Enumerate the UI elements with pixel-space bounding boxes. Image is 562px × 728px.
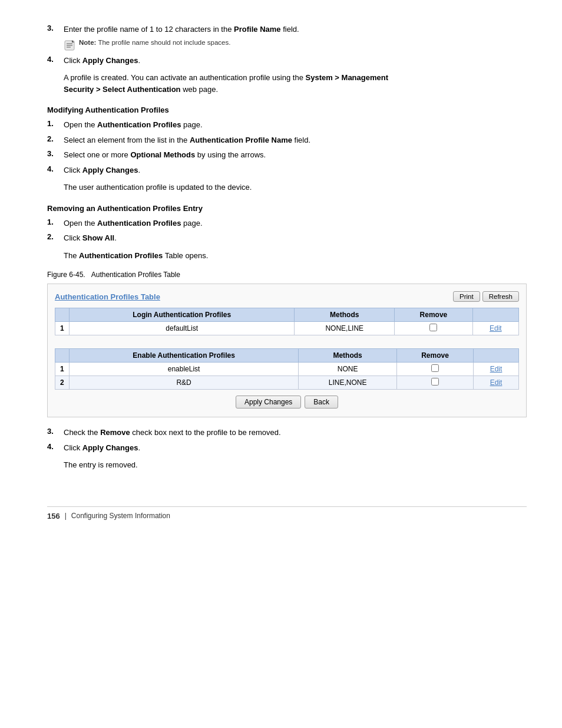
enable-table-name-header: Enable Authentication Profiles [70,349,299,363]
mod-suffix-1: page. [181,120,202,129]
step-num-4: 4. [47,55,64,64]
apply-changes-button[interactable]: Apply Changes [236,396,301,409]
row-remove-checkbox[interactable] [395,322,472,335]
modifying-result-text: The user authentication profile is updat… [64,182,527,193]
row-remove-checkbox[interactable] [396,363,473,376]
mod-step-3: 3. Select one or more Optional Methods b… [47,149,527,161]
profile-text-1: A profile is created. You can activate a… [64,73,306,82]
footer-page-num: 156 [47,512,60,521]
step-4-bold: Apply Changes [82,56,138,65]
removing-result-2: Table opens. [163,251,208,260]
enable-table-methods-header: Methods [299,349,397,363]
row-num: 2 [55,376,70,390]
mod-bold-3: Optional Methods [130,150,195,159]
row-methods: NONE,LINE [295,322,395,335]
rem-step-1: 1. Open the Authentication Profiles page… [47,218,527,229]
refresh-button[interactable]: Refresh [482,291,519,302]
removing-result-text: The Authentication Profiles Table opens. [64,250,527,262]
modifying-steps: 1. Open the Authentication Profiles page… [47,119,527,176]
profile-bold-1: System > Management [306,73,389,82]
login-table-methods-header: Methods [295,308,395,322]
mod-step-4: 4. Click Apply Changes. [47,164,527,176]
rem-num-1: 1. [47,218,64,226]
note-content: The profile name should not include spac… [98,39,230,46]
row-methods: NONE [299,363,397,376]
figure-label-num: Figure 6-45. [47,271,85,279]
print-button[interactable]: Print [453,291,480,302]
figure-label-title: Authentication Profiles Table [91,271,180,279]
rem-bold-2: Show All [82,233,114,242]
row-name: defaultList [70,322,295,335]
row-remove-checkbox[interactable] [396,376,473,390]
mod-num-1: 1. [47,119,64,128]
removing-steps: 1. Open the Authentication Profiles page… [47,218,527,244]
mod-suffix-4: . [138,166,140,174]
step-4-suffix: . [138,56,140,65]
row-num: 1 [55,322,70,335]
mod-text-1: Open the Authentication Profiles page. [64,119,527,131]
mod-step-1: 1. Open the Authentication Profiles page… [47,119,527,131]
note-box: Note: The profile name should not includ… [64,39,527,51]
rem-suffix-2: . [114,233,117,242]
final-num-3: 3. [47,427,64,436]
final-suffix-3: check box next to the profile to be remo… [130,428,281,437]
final-step-4: 4. Click Apply Changes. [47,442,527,454]
login-auth-table: Login Authentication Profiles Methods Re… [55,308,519,335]
rem-text-2: Click Show All. [64,232,527,244]
step-4-initial: 4. Click Apply Changes. [47,55,527,67]
mod-suffix-2: field. [292,136,310,144]
enable-table-edit-header [474,349,519,363]
row-edit[interactable]: Edit [474,363,519,376]
row-edit[interactable]: Edit [472,322,518,335]
login-table-remove-header: Remove [395,308,472,322]
row-edit[interactable]: Edit [474,376,519,390]
mod-num-2: 2. [47,134,64,143]
mod-bold-4: Apply Changes [82,166,138,174]
mod-text-4: Click Apply Changes. [64,164,527,176]
section-removing-heading: Removing an Authentication Profiles Entr… [47,204,527,213]
rem-num-2: 2. [47,232,64,241]
final-step-3: 3. Check the Remove check box next to th… [47,427,527,439]
final-result-text: The entry is removed. [64,459,527,471]
final-text-4: Click Apply Changes. [64,442,527,454]
row-name: R&D [70,376,299,390]
enable-auth-table: Enable Authentication Profiles Methods R… [55,348,519,390]
footer-text: Configuring System Information [71,512,170,520]
final-steps: 3. Check the Remove check box next to th… [47,427,527,453]
figure-label: Figure 6-45. Authentication Profiles Tab… [47,271,527,279]
mod-step-2: 2. Select an element from the list in th… [47,134,527,146]
note-icon [64,39,75,51]
final-bold-3: Remove [100,428,130,437]
login-table-edit-header [472,308,518,322]
section-modifying-heading: Modifying Authentication Profiles [47,106,527,114]
row-num: 1 [55,363,70,376]
mod-text-2: Select an element from the list in the A… [64,134,527,146]
removing-result-bold: Authentication Profiles [79,251,163,260]
rem-step-2: 2. Click Show All. [47,232,527,244]
header-buttons: Print Refresh [453,291,519,302]
final-suffix-4: . [138,443,140,452]
back-button[interactable]: Back [305,396,338,409]
footer-bar: 156 | Configuring System Information [47,506,527,521]
login-table-name-header: Login Authentication Profiles [70,308,295,322]
table-row: 2 R&D LINE,NONE Edit [55,376,519,390]
profile-created-text: A profile is created. You can activate a… [64,72,527,95]
bottom-buttons: Apply Changes Back [55,396,519,409]
note-label: Note: [79,39,96,46]
profile-text-2: web page. [181,85,219,94]
auth-table-title: Authentication Profiles Table [55,292,160,301]
auth-table-container: Authentication Profiles Table Print Refr… [47,284,527,417]
login-table-num-header [55,308,70,322]
enable-table-num-header [55,349,70,363]
removing-result-1: The [64,251,79,260]
note-text: Note: The profile name should not includ… [79,39,230,46]
step-text-4: Click Apply Changes. [64,55,527,67]
mod-num-4: 4. [47,164,64,173]
rem-bold-1: Authentication Profiles [97,219,181,228]
final-num-4: 4. [47,442,64,451]
mod-num-3: 3. [47,149,64,158]
step-num-3: 3. [47,24,64,32]
rem-suffix-1: page. [181,219,202,228]
mod-bold-2: Authentication Profile Name [190,136,292,144]
mod-bold-1: Authentication Profiles [97,120,181,129]
